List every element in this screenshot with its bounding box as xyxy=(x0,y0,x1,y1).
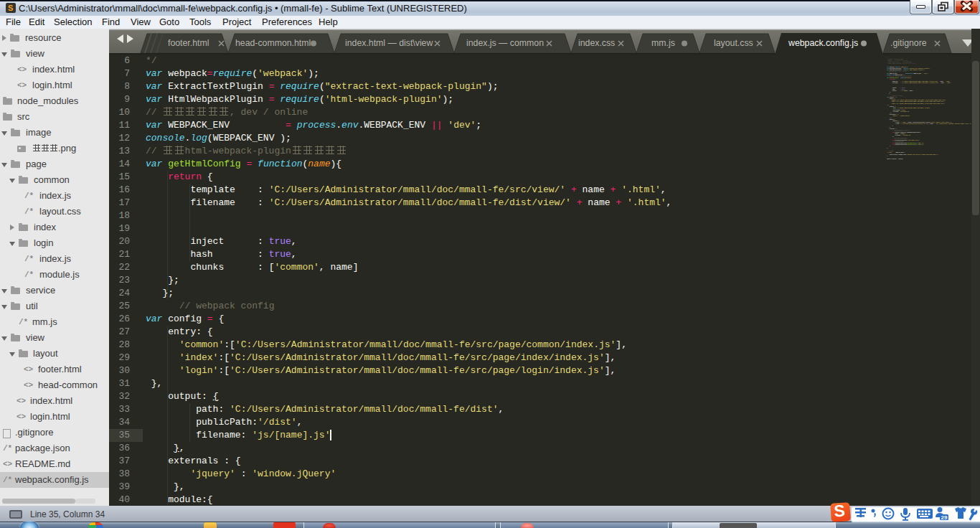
svg-text:29: 29 xyxy=(941,514,948,521)
svg-text:layout.css: layout.css xyxy=(714,38,753,48)
svg-text:index.html — dist\view: index.html — dist\view xyxy=(345,38,433,48)
svg-text:.gitignore: .gitignore xyxy=(890,38,927,48)
svg-text:index.css: index.css xyxy=(578,38,615,48)
svg-text:index.js — common: index.js — common xyxy=(466,38,544,48)
svg-text:webpack.config.js: webpack.config.js xyxy=(788,38,858,48)
svg-text:mm.js: mm.js xyxy=(651,38,675,48)
svg-text:head-common.html: head-common.html xyxy=(235,38,311,48)
svg-text:footer.html: footer.html xyxy=(168,38,209,48)
